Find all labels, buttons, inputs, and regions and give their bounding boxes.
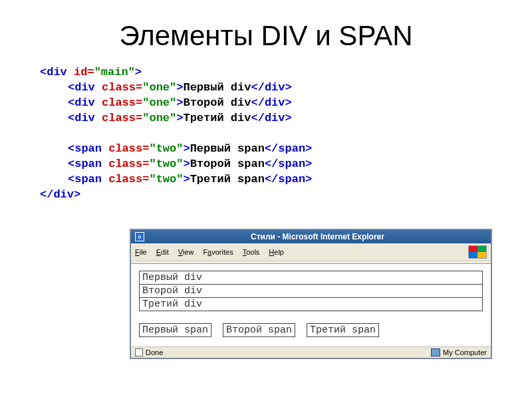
slide-title: Элементы DIV и SPAN	[0, 0, 532, 65]
menu-help[interactable]: Help	[269, 248, 284, 256]
code-val: "main"	[94, 66, 135, 78]
browser-content: Первый div Второй div Третий div Первый …	[131, 264, 491, 346]
status-right: My Computer	[443, 348, 487, 356]
rendered-div: Первый div	[139, 271, 483, 285]
window-title: Стили - Microsoft Internet Explorer	[148, 232, 487, 241]
titlebar: e Стили - Microsoft Internet Explorer	[131, 230, 491, 243]
computer-icon	[431, 348, 440, 356]
code-attr: id=	[67, 66, 94, 78]
windows-logo-icon	[468, 245, 487, 259]
menu-tools[interactable]: Tools	[243, 248, 260, 256]
menu-favorites[interactable]: Favorites	[203, 248, 233, 256]
browser-window: e Стили - Microsoft Internet Explorer Fi…	[130, 229, 492, 359]
status-left: Done	[146, 348, 163, 356]
menu-view[interactable]: View	[178, 248, 194, 256]
rendered-div: Второй div	[139, 285, 483, 298]
menu-edit[interactable]: Edit	[156, 248, 169, 256]
code-gt: >	[135, 66, 142, 78]
statusbar: Done My Computer	[131, 346, 491, 358]
doc-icon	[135, 348, 143, 356]
rendered-div: Третий div	[139, 298, 483, 311]
rendered-span: Первый span	[139, 323, 211, 337]
code-sample: <div id="main"> <div class="one">Первый …	[40, 65, 532, 202]
rendered-span-row: Первый span Второй span Третий span	[139, 323, 483, 337]
code-closing-div: </div>	[40, 188, 80, 201]
menu-file[interactable]: File	[135, 248, 147, 256]
menubar: File Edit View Favorites Tools Help	[131, 243, 491, 261]
rendered-span: Третий span	[307, 323, 379, 337]
ie-icon: e	[135, 232, 144, 241]
rendered-span: Второй span	[223, 323, 295, 337]
code-tag: <div	[40, 66, 67, 78]
